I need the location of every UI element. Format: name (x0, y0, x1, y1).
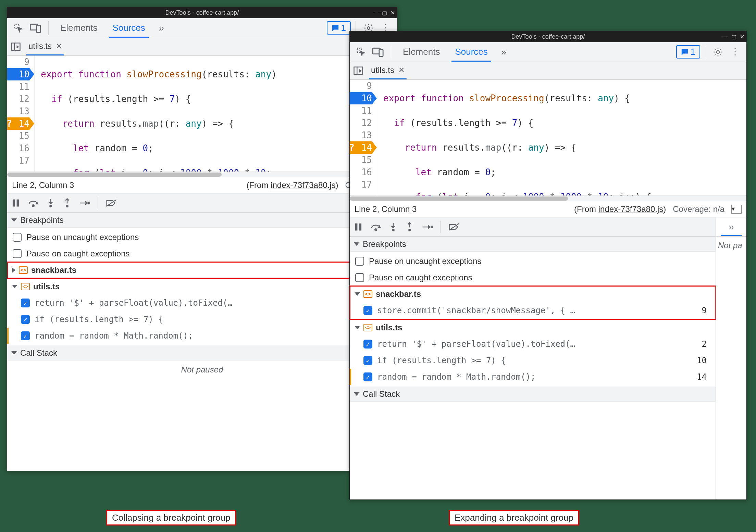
sourcemap-origin[interactable]: (From index-73f73a80.js) (574, 204, 666, 214)
pause-icon[interactable] (11, 198, 20, 208)
checkbox[interactable] (355, 273, 364, 282)
breakpoint-item[interactable]: ✓ if (results.length >= 7) { 10 (350, 352, 716, 369)
checkbox-checked[interactable]: ✓ (21, 315, 30, 324)
checkbox[interactable] (355, 257, 364, 266)
breakpoint-item[interactable]: ✓ random = random * Math.random(); 14 (7, 328, 397, 344)
tab-sources[interactable]: Sources (448, 42, 494, 62)
pause-uncaught-row[interactable]: Pause on uncaught exceptions (7, 229, 397, 245)
horizontal-scrollbar[interactable] (7, 172, 397, 177)
checkbox-checked[interactable]: ✓ (363, 306, 372, 315)
step-into-icon[interactable] (46, 198, 55, 208)
callstack-header[interactable]: Call Stack (350, 387, 716, 402)
collapse-panel-icon[interactable]: ▾ (731, 205, 742, 214)
line-number[interactable]: 9 (350, 80, 372, 92)
close-icon[interactable]: ✕ (398, 66, 405, 75)
line-number[interactable]: 15 (350, 154, 372, 166)
breakpoint-group-snackbar[interactable]: <> snackbar.ts (350, 286, 716, 302)
pause-icon[interactable] (354, 222, 363, 232)
breakpoint-group-utils[interactable]: <> utils.ts (350, 319, 716, 336)
navigator-toggle-icon[interactable] (11, 42, 21, 52)
breakpoint-group-snackbar[interactable]: <> snackbar.ts (7, 262, 397, 278)
breakpoint-group-utils[interactable]: <> utils.ts (7, 278, 397, 295)
checkbox-checked[interactable]: ✓ (21, 331, 30, 340)
device-toggle-icon[interactable] (370, 44, 386, 60)
maximize-button[interactable]: ▢ (382, 10, 387, 16)
pause-uncaught-row[interactable]: Pause on uncaught exceptions (350, 253, 716, 269)
line-number[interactable]: 9 (7, 56, 29, 68)
breakpoint-item[interactable]: ✓ store.commit('snackbar/showMessage', {… (350, 302, 716, 319)
checkbox[interactable] (13, 233, 22, 242)
close-button[interactable]: ✕ (391, 10, 395, 16)
gutter[interactable]: 9 10 11 12 13 ?14 15 16 17 (350, 80, 377, 195)
checkbox-checked[interactable]: ✓ (363, 340, 372, 349)
breakpoints-header[interactable]: Breakpoints (350, 237, 716, 252)
checkbox-checked[interactable]: ✓ (21, 299, 30, 307)
deactivate-breakpoints-icon[interactable] (106, 199, 117, 207)
checkbox-checked[interactable]: ✓ (363, 356, 372, 365)
ts-file-icon: <> (21, 283, 30, 290)
line-number[interactable]: 17 (350, 178, 372, 191)
code-content[interactable]: export function slowProcessing(results: … (377, 80, 746, 195)
close-icon[interactable]: ✕ (56, 42, 62, 51)
expand-panel-icon[interactable]: » (729, 221, 734, 232)
messages-button[interactable]: 1 (676, 45, 700, 59)
breakpoint-item[interactable]: ✓ return '$' + parseFloat(value).toFixed… (350, 336, 716, 352)
step-out-icon[interactable] (405, 222, 414, 232)
sourcemap-origin[interactable]: (From index-73f73a80.js) (246, 180, 338, 190)
checkbox[interactable] (13, 249, 22, 258)
line-number[interactable]: 12 (7, 93, 29, 105)
navigator-toggle-icon[interactable] (353, 66, 363, 76)
line-number[interactable]: 13 (7, 105, 29, 117)
debugger-toolbar (350, 217, 716, 237)
settings-gear-icon[interactable] (710, 44, 726, 60)
horizontal-scrollbar[interactable] (350, 195, 746, 201)
breakpoint-item[interactable]: ✓ random = random * Math.random(); 14 (350, 369, 716, 385)
breakpoint-item[interactable]: ✓ if (results.length >= 7) { 10 (7, 311, 397, 328)
line-number-conditional-bp[interactable]: ?14 (7, 117, 29, 130)
pause-caught-row[interactable]: Pause on caught exceptions (350, 269, 716, 286)
code-editor[interactable]: 9 10 11 12 13 ?14 15 16 17 export functi… (7, 56, 397, 172)
close-button[interactable]: ✕ (740, 34, 744, 40)
line-number[interactable]: 16 (7, 142, 29, 154)
line-number-breakpoint[interactable]: 10 (7, 68, 29, 80)
pause-caught-row[interactable]: Pause on caught exceptions (7, 245, 397, 262)
code-content[interactable]: export function slowProcessing(results: … (35, 56, 397, 172)
breakpoints-header[interactable]: Breakpoints (7, 213, 397, 228)
line-number[interactable]: 16 (350, 166, 372, 178)
callstack-header[interactable]: Call Stack (7, 345, 397, 360)
line-number[interactable]: 17 (7, 154, 29, 167)
line-number[interactable]: 11 (7, 80, 29, 93)
step-out-icon[interactable] (63, 198, 72, 208)
step-over-icon[interactable] (370, 222, 381, 232)
tab-elements[interactable]: Elements (53, 18, 104, 38)
kebab-menu-icon[interactable]: ⋮ (727, 44, 743, 60)
minimize-button[interactable]: — (722, 34, 728, 40)
breakpoint-item[interactable]: ✓ return '$' + parseFloat(value).toFixed… (7, 295, 397, 311)
file-tab-utils[interactable]: utils.ts ✕ (26, 38, 64, 55)
step-icon[interactable] (79, 199, 90, 207)
step-icon[interactable] (422, 223, 433, 231)
file-tab-utils[interactable]: utils.ts ✕ (369, 62, 407, 79)
line-number[interactable]: 12 (350, 117, 372, 129)
step-into-icon[interactable] (389, 222, 398, 232)
messages-button[interactable]: 1 (327, 21, 351, 35)
line-number-breakpoint[interactable]: 10 (350, 92, 372, 104)
line-number[interactable]: 13 (350, 129, 372, 141)
line-number[interactable]: 15 (7, 130, 29, 142)
minimize-button[interactable]: — (373, 10, 379, 16)
code-editor[interactable]: 9 10 11 12 13 ?14 15 16 17 export functi… (350, 80, 746, 195)
tab-elements[interactable]: Elements (396, 42, 447, 62)
maximize-button[interactable]: ▢ (731, 34, 736, 40)
line-number[interactable]: 11 (350, 104, 372, 117)
inspect-icon[interactable] (353, 44, 369, 60)
device-toggle-icon[interactable] (28, 20, 44, 36)
line-number-conditional-bp[interactable]: ?14 (350, 141, 372, 154)
step-over-icon[interactable] (28, 198, 39, 208)
deactivate-breakpoints-icon[interactable] (448, 223, 460, 231)
checkbox-checked[interactable]: ✓ (363, 372, 372, 381)
more-tabs-icon[interactable]: » (153, 20, 169, 36)
more-tabs-icon[interactable]: » (496, 44, 512, 60)
inspect-icon[interactable] (11, 20, 26, 36)
gutter[interactable]: 9 10 11 12 13 ?14 15 16 17 (7, 56, 35, 172)
tab-sources[interactable]: Sources (106, 18, 152, 38)
